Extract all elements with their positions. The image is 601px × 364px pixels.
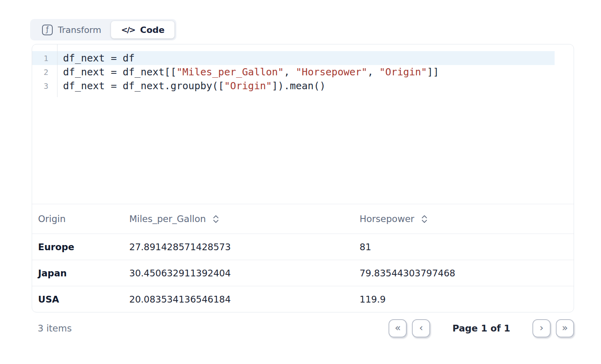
column-header-label: Origin — [38, 214, 66, 224]
column-header-miles-per-gallon: Miles_per_Gallon — [129, 214, 360, 224]
code-editor[interactable]: 1df_next = df2df_next = df_next[["Miles_… — [32, 44, 574, 204]
table-header-row: Origin Miles_per_Gallon Horsepower — [32, 204, 574, 234]
row-label-cell: Japan — [32, 268, 129, 278]
table-row: Japan30.45063291139240479.83544303797468 — [32, 260, 574, 286]
tab-transform[interactable]: ƒ Transform — [32, 21, 111, 38]
function-icon: ƒ — [42, 25, 53, 35]
line-number: 1 — [32, 54, 57, 63]
value-cell: 119.9 — [360, 294, 574, 305]
code-icon: </> — [121, 25, 135, 35]
code-text: df_next = df_next.groupby(["Origin"]).me… — [57, 80, 325, 92]
value-cell: 20.083534136546184 — [129, 294, 360, 305]
value-cell: 30.450632911392404 — [129, 268, 360, 278]
prev-page-button[interactable]: ‹ — [412, 319, 430, 337]
code-text: df_next = df — [57, 52, 135, 64]
column-header-horsepower: Horsepower — [360, 214, 574, 224]
transform-widget: ƒ Transform </> Code 1df_next = df2df_ne… — [30, 19, 575, 339]
value-cell: 27.891428571428573 — [129, 242, 360, 252]
row-label-cell: Europe — [32, 242, 129, 252]
row-label-cell: USA — [32, 294, 129, 305]
value-cell: 81 — [360, 242, 574, 252]
code-line[interactable]: 1df_next = df — [32, 51, 555, 65]
column-header-origin: Origin — [32, 214, 129, 224]
column-header-label: Miles_per_Gallon — [129, 214, 206, 224]
column-header-label: Horsepower — [360, 214, 414, 224]
result-table: Origin Miles_per_Gallon Horsepower — [32, 204, 574, 312]
tab-code-label: Code — [140, 25, 165, 35]
table-body: Europe27.89142857142857381Japan30.450632… — [32, 234, 574, 312]
sort-updown-icon[interactable] — [421, 215, 427, 223]
next-page-button[interactable]: › — [532, 319, 551, 337]
sort-updown-icon[interactable] — [213, 215, 219, 223]
tab-code[interactable]: </> Code — [111, 21, 174, 38]
code-text: df_next = df_next[["Miles_per_Gallon", "… — [57, 66, 439, 78]
items-count: 3 items — [38, 323, 72, 333]
last-page-button[interactable]: » — [556, 319, 574, 337]
page-indicator: Page 1 of 1 — [452, 323, 510, 333]
line-number: 3 — [32, 81, 57, 91]
code-lines: 1df_next = df2df_next = df_next[["Miles_… — [32, 51, 574, 93]
tab-transform-label: Transform — [58, 25, 101, 35]
value-cell: 79.83544303797468 — [360, 268, 574, 278]
code-and-table-panel: 1df_next = df2df_next = df_next[["Miles_… — [32, 44, 574, 312]
table-row: USA20.083534136546184119.9 — [32, 286, 574, 312]
code-line[interactable]: 3df_next = df_next.groupby(["Origin"]).m… — [32, 79, 555, 93]
table-row: Europe27.89142857142857381 — [32, 234, 574, 260]
line-number: 2 — [32, 67, 57, 77]
first-page-button[interactable]: « — [389, 319, 407, 337]
view-tabs: ƒ Transform </> Code — [30, 19, 176, 40]
code-line[interactable]: 2df_next = df_next[["Miles_per_Gallon", … — [32, 65, 555, 79]
table-footer: 3 items « ‹ Page 1 of 1 › » — [32, 317, 574, 339]
pagination: « ‹ Page 1 of 1 › » — [389, 319, 574, 337]
